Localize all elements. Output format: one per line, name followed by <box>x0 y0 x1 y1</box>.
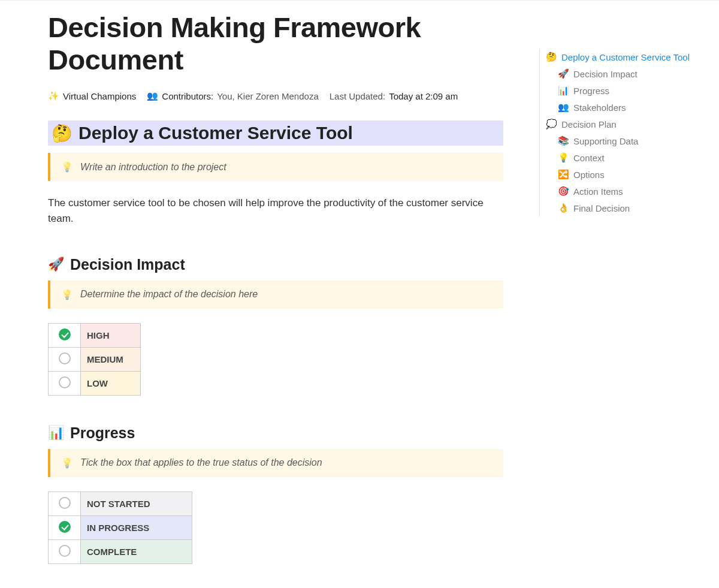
toc-item-final-decision[interactable]: 👌 Final Decision <box>540 200 707 216</box>
page-title: Decision Making Framework Document <box>48 11 503 76</box>
toc-label: Progress <box>573 86 609 96</box>
progress-check-in-progress[interactable] <box>59 521 71 533</box>
section-heading-progress-text: Progress <box>70 424 135 442</box>
callout-intro-text: Write an introduction to the project <box>80 162 226 173</box>
thought-bubble-icon: 💭 <box>546 119 557 129</box>
last-updated-value: Today at 2:09 am <box>389 91 458 101</box>
progress-row-in-progress: IN PROGRESS <box>49 515 192 539</box>
contributors-value: You, Kier Zoren Mendoza <box>217 91 319 101</box>
toc-item-supporting-data[interactable]: 📚 Supporting Data <box>540 132 707 149</box>
last-updated-chip: Last Updated: Today at 2:09 am <box>330 91 458 101</box>
bar-chart-icon: 📊 <box>558 85 569 96</box>
progress-label-complete: COMPLETE <box>87 547 137 557</box>
progress-check-complete[interactable] <box>59 545 71 557</box>
people-icon: 👥 <box>558 102 569 113</box>
workspace-icon: ✨ <box>48 91 59 101</box>
main-content: Decision Making Framework Document ✨ Vir… <box>0 1 539 588</box>
section-heading-deploy-text: Deploy a Customer Service Tool <box>78 123 353 143</box>
toc-label: Deploy a Customer Service Tool <box>561 52 690 62</box>
impact-row-high: HIGH <box>49 323 141 347</box>
section-heading-impact: 🚀 Decision Impact <box>48 256 503 273</box>
books-icon: 📚 <box>558 135 569 146</box>
section-heading-progress: 📊 Progress <box>48 424 503 442</box>
callout-impact-text: Determine the impact of the decision her… <box>80 289 258 300</box>
progress-row-complete: COMPLETE <box>49 539 192 563</box>
contributors-label: Contributors: <box>162 91 213 101</box>
toc-label: Decision Plan <box>561 119 617 129</box>
progress-label-not-started: NOT STARTED <box>87 499 150 509</box>
thinking-face-icon: 🤔 <box>546 52 557 62</box>
toc-item-action-items[interactable]: 🎯 Action Items <box>540 183 707 200</box>
impact-table: HIGH MEDIUM LOW <box>48 323 141 396</box>
lightbulb-icon: 💡 <box>558 152 569 163</box>
shuffle-icon: 🔀 <box>558 169 569 180</box>
progress-check-not-started[interactable] <box>59 497 71 509</box>
toc-item-progress[interactable]: 📊 Progress <box>540 82 707 99</box>
callout-intro[interactable]: 💡 Write an introduction to the project <box>48 153 503 181</box>
toc-item-decision-plan[interactable]: 💭 Decision Plan <box>540 116 707 132</box>
toc-label: Final Decision <box>573 203 630 213</box>
toc-item-stakeholders[interactable]: 👥 Stakeholders <box>540 99 707 116</box>
ok-hand-icon: 👌 <box>558 203 569 213</box>
last-updated-label: Last Updated: <box>330 91 385 101</box>
impact-check-medium[interactable] <box>59 352 71 364</box>
contributors-icon: 👥 <box>147 91 158 101</box>
progress-row-not-started: NOT STARTED <box>49 491 192 515</box>
section-heading-impact-text: Decision Impact <box>70 256 185 273</box>
toc-label: Supporting Data <box>573 136 638 146</box>
lightbulb-icon: 💡 <box>61 289 73 300</box>
toc-label: Stakeholders <box>573 102 626 113</box>
table-of-contents: 🤔 Deploy a Customer Service Tool 🚀 Decis… <box>539 1 719 588</box>
section-heading-deploy: 🤔 Deploy a Customer Service Tool <box>48 120 503 146</box>
toc-item-deploy[interactable]: 🤔 Deploy a Customer Service Tool <box>540 49 707 65</box>
target-icon: 🎯 <box>558 186 569 197</box>
callout-progress[interactable]: 💡 Tick the box that applies to the true … <box>48 449 503 477</box>
toc-item-context[interactable]: 💡 Context <box>540 149 707 166</box>
toc-item-options[interactable]: 🔀 Options <box>540 166 707 183</box>
impact-check-low[interactable] <box>59 376 71 388</box>
impact-label-medium: MEDIUM <box>87 354 123 364</box>
workspace-name: Virtual Champions <box>63 91 136 101</box>
impact-label-low: LOW <box>87 378 108 388</box>
doc-meta-row: ✨ Virtual Champions 👥 Contributors: You,… <box>48 91 503 101</box>
callout-impact[interactable]: 💡 Determine the impact of the decision h… <box>48 281 503 309</box>
rocket-icon: 🚀 <box>558 68 569 79</box>
thinking-face-icon: 🤔 <box>52 123 72 143</box>
rocket-icon: 🚀 <box>48 257 64 272</box>
lightbulb-icon: 💡 <box>61 161 73 173</box>
progress-label-in-progress: IN PROGRESS <box>87 523 149 533</box>
contributors-chip[interactable]: 👥 Contributors: You, Kier Zoren Mendoza <box>147 91 318 101</box>
intro-paragraph[interactable]: The customer service tool to be chosen w… <box>48 195 503 227</box>
impact-row-low: LOW <box>49 371 141 395</box>
toc-label: Context <box>573 153 605 163</box>
callout-progress-text: Tick the box that applies to the true st… <box>80 457 322 468</box>
toc-label: Options <box>573 170 605 180</box>
bar-chart-icon: 📊 <box>48 425 64 441</box>
toc-item-impact[interactable]: 🚀 Decision Impact <box>540 65 707 82</box>
progress-table: NOT STARTED IN PROGRESS COMPLETE <box>48 491 192 564</box>
toc-label: Action Items <box>573 186 623 197</box>
toc-label: Decision Impact <box>573 69 638 79</box>
lightbulb-icon: 💡 <box>61 457 73 469</box>
impact-row-medium: MEDIUM <box>49 347 141 371</box>
impact-check-high[interactable] <box>59 328 71 340</box>
workspace-chip[interactable]: ✨ Virtual Champions <box>48 91 136 101</box>
impact-label-high: HIGH <box>87 330 110 340</box>
